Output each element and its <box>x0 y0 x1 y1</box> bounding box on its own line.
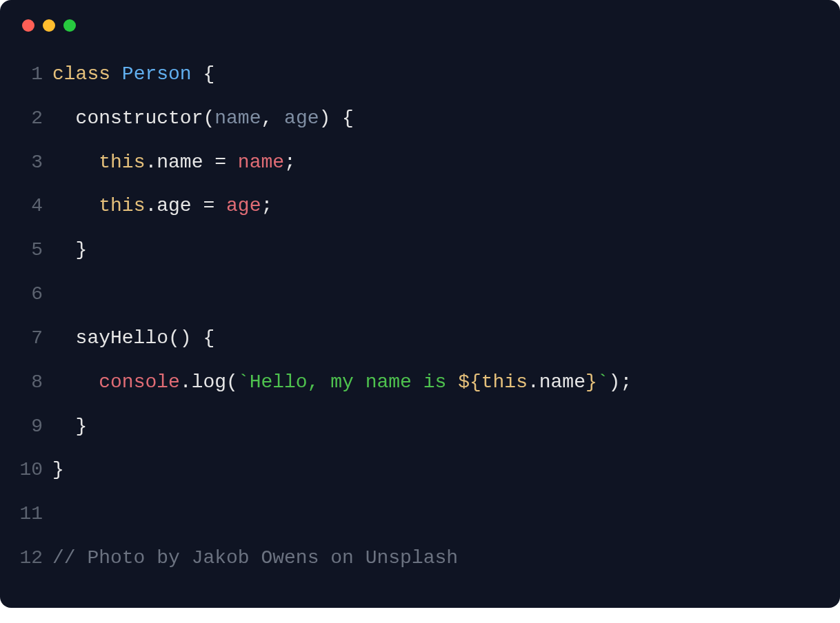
code-line: 7 sayHello() { <box>0 316 815 360</box>
line-number: 9 <box>0 405 52 449</box>
code-line: 11 <box>0 492 815 536</box>
line-number: 3 <box>0 141 52 185</box>
code-window: 1class Person {2 constructor(name, age) … <box>0 0 840 608</box>
line-number: 10 <box>0 448 52 492</box>
code-text: this.name = name; <box>52 141 296 185</box>
line-number: 2 <box>0 96 52 141</box>
code-text: constructor(name, age) { <box>52 96 354 141</box>
code-line: 1class Person { <box>0 52 815 96</box>
code-line: 9 } <box>0 405 815 449</box>
line-number: 8 <box>0 360 52 405</box>
line-number: 6 <box>0 272 52 316</box>
code-text: console.log(`Hello, my name is ${this.na… <box>52 360 632 405</box>
code-line: 2 constructor(name, age) { <box>0 96 815 141</box>
code-line: 12// Photo by Jakob Owens on Unsplash <box>0 536 815 580</box>
code-line: 4 this.age = age; <box>0 184 815 228</box>
code-text: class Person { <box>52 52 214 96</box>
minimize-icon[interactable] <box>43 19 55 32</box>
code-text: sayHello() { <box>52 316 214 360</box>
code-line: 8 console.log(`Hello, my name is ${this.… <box>0 360 815 405</box>
line-number: 11 <box>0 492 52 536</box>
code-text: // Photo by Jakob Owens on Unsplash <box>52 536 458 580</box>
line-number: 12 <box>0 536 52 580</box>
code-editor: 1class Person {2 constructor(name, age) … <box>0 52 840 580</box>
code-line: 3 this.name = name; <box>0 141 815 185</box>
code-text: } <box>52 228 87 272</box>
line-number: 4 <box>0 184 52 228</box>
line-number: 7 <box>0 316 52 360</box>
code-line: 6 <box>0 272 815 316</box>
code-line: 5 } <box>0 228 815 272</box>
code-text: } <box>52 448 64 492</box>
maximize-icon[interactable] <box>63 19 76 32</box>
code-text: } <box>52 405 87 449</box>
code-text: this.age = age; <box>52 184 272 228</box>
line-number: 5 <box>0 228 52 272</box>
window-titlebar <box>0 19 840 52</box>
close-icon[interactable] <box>22 19 34 32</box>
line-number: 1 <box>0 52 52 96</box>
code-line: 10} <box>0 448 815 492</box>
